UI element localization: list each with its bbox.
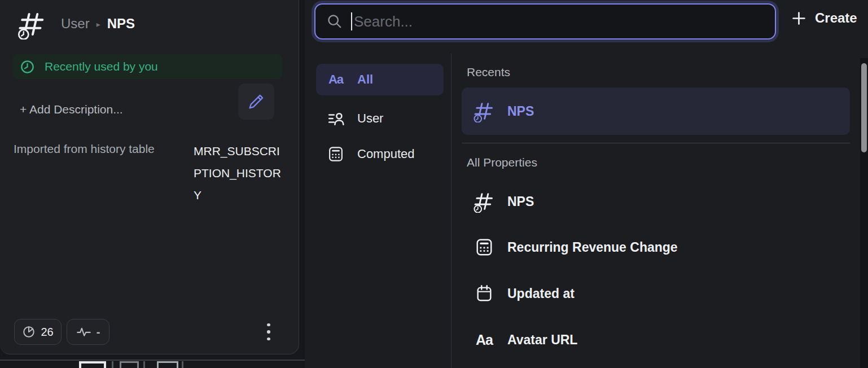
category-label: User (357, 111, 383, 126)
activity-pill[interactable]: - (67, 319, 109, 345)
recent-item-label: NPS (507, 104, 534, 119)
breadcrumb: User ▸ NPS (61, 16, 135, 32)
background-table-peek (0, 354, 308, 368)
create-button-label: Create (815, 10, 857, 26)
background-box (120, 361, 139, 368)
chart-count-value: 26 (41, 326, 53, 339)
section-divider (462, 143, 850, 143)
property-item-label: Recurring Revenue Change (507, 240, 678, 255)
category-tab-computed[interactable]: Computed (316, 139, 444, 169)
property-item-label: Avatar URL (507, 332, 577, 348)
property-item-nps[interactable]: NPS (462, 185, 850, 218)
number-property-history-icon (470, 190, 499, 213)
all-properties-header: All Properties (467, 156, 537, 169)
plus-icon (791, 11, 806, 26)
search-bar[interactable] (314, 3, 776, 40)
add-description-button[interactable]: + Add Description... (20, 103, 123, 116)
property-item-recurring-revenue-change[interactable]: Recurring Revenue Change (462, 231, 850, 264)
calendar-icon (470, 284, 499, 303)
chart-count-pill[interactable]: 26 (14, 319, 62, 345)
breadcrumb-separator-icon: ▸ (97, 19, 100, 29)
category-tab-user[interactable]: User (316, 104, 444, 133)
background-box (157, 361, 178, 368)
text-type-icon: Aa (324, 72, 348, 87)
property-item-avatar-url[interactable]: Aa Avatar URL (462, 323, 850, 356)
property-item-updated-at[interactable]: Updated at (462, 277, 850, 310)
recently-used-label: Recently used by you (45, 60, 158, 73)
number-property-history-icon (470, 100, 499, 122)
background-divider-line (0, 360, 305, 361)
create-button[interactable]: Create (791, 10, 857, 26)
recent-item-nps[interactable]: NPS (462, 87, 850, 135)
column-divider (451, 54, 451, 368)
more-options-button[interactable] (262, 317, 275, 347)
search-input[interactable] (354, 13, 775, 30)
app-root: User ▸ NPS Recently used by you + Add De… (0, 0, 868, 368)
property-item-label: Updated at (507, 286, 575, 301)
category-label: Computed (357, 147, 415, 161)
category-label: All (357, 72, 373, 87)
background-tick (112, 361, 113, 368)
background-tick (182, 361, 183, 368)
number-property-history-icon (17, 9, 47, 40)
breadcrumb-parent[interactable]: User (61, 16, 90, 32)
background-box (79, 361, 106, 368)
text-cursor (351, 12, 352, 30)
calculator-icon (324, 146, 348, 163)
activity-pulse-icon (76, 326, 91, 338)
edit-property-button[interactable] (238, 84, 274, 120)
property-picker-modal: Create Aa All User Computed Recents NP (305, 0, 868, 368)
imported-from-label: Imported from history table (14, 142, 155, 156)
pencil-icon (247, 93, 265, 111)
calculator-icon (470, 238, 499, 257)
recents-header: Recents (467, 65, 510, 79)
scrollbar-track[interactable] (860, 58, 868, 368)
user-list-icon (324, 110, 348, 127)
pie-chart-icon (22, 325, 36, 339)
breadcrumb-current: NPS (107, 16, 135, 32)
category-tab-all[interactable]: Aa All (316, 64, 444, 95)
activity-value: - (97, 326, 100, 339)
clock-icon (20, 59, 35, 75)
search-icon (327, 14, 343, 29)
imported-table-value: MRR_SUBSCRIPTION_HISTORY (194, 140, 284, 206)
property-item-label: NPS (507, 194, 534, 209)
scrollbar-thumb[interactable] (861, 63, 867, 152)
background-tick (143, 361, 145, 368)
recently-used-badge: Recently used by you (12, 54, 282, 79)
text-type-icon: Aa (470, 332, 499, 348)
property-details-panel: User ▸ NPS Recently used by you + Add De… (0, 0, 299, 354)
